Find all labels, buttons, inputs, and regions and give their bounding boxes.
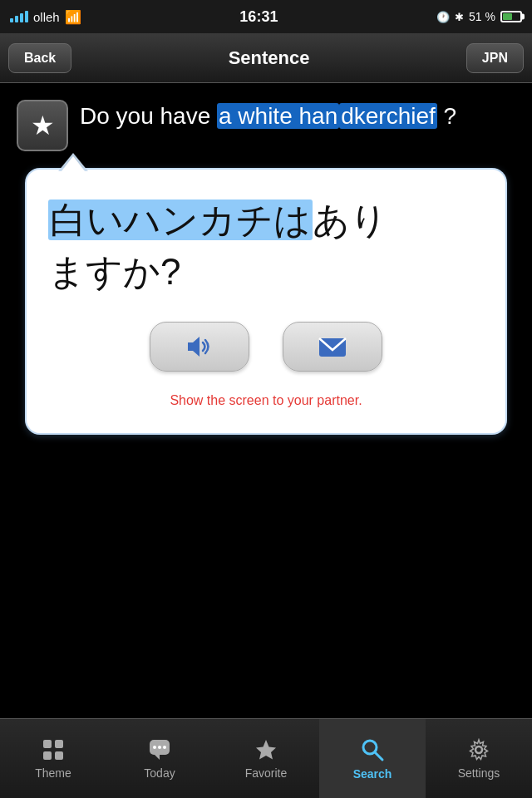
tab-favorite-label: Favorite bbox=[245, 766, 288, 780]
tab-bar: Theme Today Favorite Search Settings bbox=[0, 718, 532, 798]
english-highlight-2: dkerchief bbox=[339, 103, 437, 129]
sentence-row: ★ Do you have a white handkerchief ? bbox=[17, 100, 515, 151]
svg-marker-11 bbox=[256, 740, 276, 760]
status-bar: olleh 📶 16:31 🕐 ✱ 51 % bbox=[0, 0, 532, 33]
svg-point-8 bbox=[153, 746, 156, 749]
star-tab-icon bbox=[254, 738, 278, 761]
tab-theme[interactable]: Theme bbox=[0, 719, 106, 798]
speech-bubble: 白いハンカチはありますか? bbox=[25, 168, 507, 435]
tab-settings-label: Settings bbox=[458, 766, 500, 780]
gear-tab-icon bbox=[467, 738, 490, 761]
tab-settings[interactable]: Settings bbox=[426, 719, 532, 798]
svg-point-14 bbox=[475, 746, 482, 753]
svg-rect-2 bbox=[43, 740, 52, 748]
svg-line-13 bbox=[375, 752, 382, 760]
tab-theme-label: Theme bbox=[35, 766, 71, 780]
clock: 16:31 bbox=[239, 8, 278, 26]
svg-marker-0 bbox=[188, 337, 200, 357]
speaker-icon bbox=[185, 332, 214, 362]
status-right: 🕐 ✱ 51 % bbox=[436, 10, 522, 23]
back-button[interactable]: Back bbox=[8, 43, 71, 73]
svg-rect-5 bbox=[55, 751, 63, 760]
tab-favorite[interactable]: Favorite bbox=[213, 719, 319, 798]
svg-rect-4 bbox=[43, 751, 52, 760]
battery-fill bbox=[503, 13, 512, 20]
japanese-highlight: 白いハンカチは bbox=[48, 200, 313, 240]
speak-button[interactable] bbox=[150, 322, 249, 372]
svg-rect-3 bbox=[55, 740, 63, 748]
svg-marker-7 bbox=[155, 755, 160, 760]
mail-icon bbox=[318, 332, 347, 362]
tab-today[interactable]: Today bbox=[106, 719, 213, 798]
signal-icon bbox=[10, 11, 28, 22]
svg-point-9 bbox=[158, 746, 161, 749]
battery-percent: 51 % bbox=[469, 10, 495, 23]
status-left: olleh 📶 bbox=[10, 9, 81, 25]
english-sentence: Do you have a white handkerchief ? bbox=[80, 100, 515, 132]
english-prefix: Do you have bbox=[80, 103, 217, 129]
speech-bubble-container: 白いハンカチはありますか? bbox=[25, 168, 507, 435]
bubble-tail-inner bbox=[62, 156, 85, 171]
favorite-star-box[interactable]: ★ bbox=[17, 100, 68, 151]
carrier-label: olleh bbox=[33, 10, 60, 24]
main-content: ★ Do you have a white handkerchief ? 白いハ… bbox=[0, 83, 532, 435]
english-suffix: ? bbox=[437, 103, 456, 129]
wifi-icon: 📶 bbox=[65, 9, 81, 25]
show-message: Show the screen to your partner. bbox=[48, 393, 484, 416]
nav-title: Sentence bbox=[229, 47, 310, 69]
japanese-sentence: 白いハンカチはありますか? bbox=[48, 195, 484, 297]
navigation-bar: Back Sentence JPN bbox=[0, 33, 532, 83]
battery-icon bbox=[500, 11, 522, 22]
english-highlight-1: a white han bbox=[217, 103, 339, 129]
mail-button[interactable] bbox=[283, 322, 382, 372]
action-buttons bbox=[48, 322, 484, 385]
tab-search-label: Search bbox=[353, 767, 392, 781]
svg-point-10 bbox=[163, 746, 166, 749]
clock-icon: 🕐 bbox=[436, 11, 450, 23]
search-tab-icon bbox=[360, 737, 385, 762]
bluetooth-icon: ✱ bbox=[455, 11, 464, 23]
tab-search[interactable]: Search bbox=[319, 719, 426, 798]
star-icon: ★ bbox=[31, 110, 55, 141]
tab-today-label: Today bbox=[144, 766, 175, 780]
chat-icon bbox=[148, 738, 171, 761]
grid-icon bbox=[42, 738, 65, 761]
language-button[interactable]: JPN bbox=[466, 43, 524, 73]
